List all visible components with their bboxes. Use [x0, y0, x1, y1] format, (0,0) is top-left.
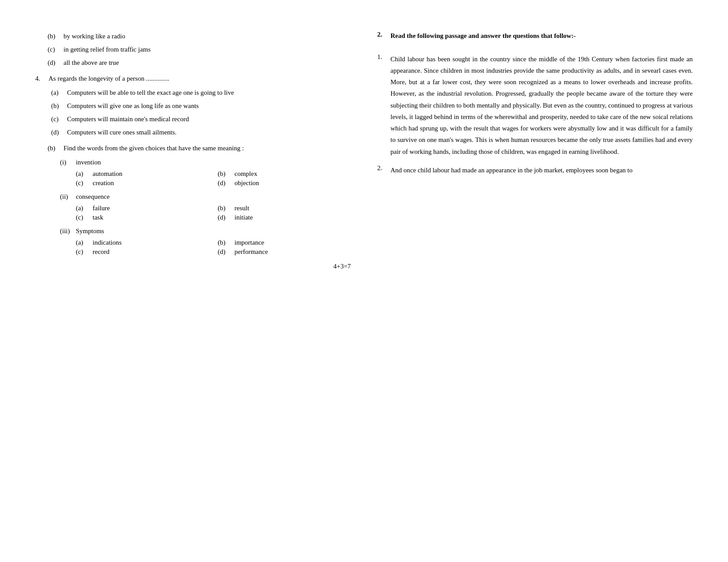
consequence-choices: (a) failure (b) result (c) task (d) init… [76, 205, 351, 221]
q4-opt-d: (d) Computers will cure ones small ailme… [51, 127, 351, 138]
sym-text-c: record [93, 248, 109, 256]
label-b: (b) [48, 31, 60, 41]
top-options: (b) by working like a radio (c) in getti… [35, 31, 351, 68]
q4-label-a: (a) [51, 87, 63, 98]
con-label-d: (d) [218, 214, 230, 221]
para-1-num: 1. [377, 53, 387, 157]
q4-label-b: (b) [51, 100, 63, 111]
word-roman-i: (i) [60, 157, 72, 167]
section-num: 2. [377, 31, 387, 46]
label-c: (c) [48, 44, 60, 55]
q4-text-a: Computers will be able to tell the exact… [67, 87, 234, 98]
q4-text-d: Computers will cure ones small ailments. [67, 127, 176, 138]
con-text-c: task [93, 214, 103, 221]
para-2-text: And once child labour had made an appear… [391, 164, 633, 176]
q4-opt-c: (c) Computers will maintain one's medica… [51, 114, 351, 124]
sym-text-a: indications [93, 239, 122, 246]
con-label-a: (a) [76, 205, 88, 212]
inv-choice-a: (a) automation [76, 170, 209, 178]
inv-label-d: (d) [218, 179, 230, 187]
option-d-above: (d) all the above are true [48, 57, 351, 68]
page-container: (b) by working like a radio (c) in getti… [35, 26, 693, 270]
con-label-b: (b) [218, 205, 230, 212]
score-line: 4+3=7 [35, 263, 351, 270]
sym-text-d: performance [235, 248, 268, 256]
inv-text-a: automation [93, 170, 123, 178]
sym-label-a: (a) [76, 239, 88, 246]
word-invention: invention [76, 157, 101, 167]
para-2-num: 2. [377, 164, 387, 176]
part-b-line: (b) Find the words from the given choice… [48, 143, 351, 153]
con-text-a: failure [93, 205, 110, 212]
q4-opt-a: (a) Computers will be able to tell the e… [51, 87, 351, 98]
passage-para-2: 2. And once child labour had made an app… [377, 164, 693, 176]
word-invention-line: (i) invention [60, 157, 351, 167]
con-choice-b: (b) result [218, 205, 351, 212]
q4-text-b: Computers will give one as long life as … [67, 100, 199, 111]
section-header-text: Read the following passage and answer th… [391, 31, 576, 41]
q4-options: (a) Computers will be able to tell the e… [51, 87, 351, 138]
inv-label-c: (c) [76, 179, 88, 187]
con-choice-a: (a) failure [76, 205, 209, 212]
text-b-radio: by working like a radio [63, 31, 125, 41]
word-invention-block: (i) invention (a) automation (b) complex… [60, 157, 351, 187]
inv-choice-d: (d) objection [218, 179, 351, 187]
q4-num: 4. [35, 73, 45, 84]
con-choice-d: (d) initiate [218, 214, 351, 221]
q4-label-c: (c) [51, 114, 63, 124]
sym-label-c: (c) [76, 248, 88, 256]
con-choice-c: (c) task [76, 214, 209, 221]
option-c-traffic: (c) in getting relief from traffic jams [48, 44, 351, 55]
inv-choice-b: (b) complex [218, 170, 351, 178]
left-column: (b) by working like a radio (c) in getti… [35, 26, 351, 270]
inv-label-b: (b) [218, 170, 230, 178]
question-4-block: 4. As regards the longevity of a person … [35, 73, 351, 138]
text-d-above: all the above are true [63, 57, 119, 68]
sym-choice-d: (d) performance [218, 248, 351, 256]
sym-choice-c: (c) record [76, 248, 209, 256]
q4-opt-b: (b) Computers will give one as long life… [51, 100, 351, 111]
section-header-block: 2. Read the following passage and answer… [377, 31, 693, 46]
sym-text-b: importance [235, 239, 264, 246]
invention-choices: (a) automation (b) complex (c) creation … [76, 170, 351, 187]
sym-choice-b: (b) importance [218, 239, 351, 246]
para-1-text: Child labour has been sought in the coun… [391, 53, 693, 157]
part-b-label: (b) [48, 143, 60, 153]
word-consequence: consequence [76, 191, 110, 202]
passage-para-1: 1. Child labour has been sought in the c… [377, 53, 693, 157]
sym-label-b: (b) [218, 239, 230, 246]
inv-choice-c: (c) creation [76, 179, 209, 187]
part-b-text: Find the words from the given choices th… [63, 143, 244, 153]
inv-label-a: (a) [76, 170, 88, 178]
sym-label-d: (d) [218, 248, 230, 256]
question-4-line: 4. As regards the longevity of a person … [35, 73, 351, 84]
text-c-traffic: in getting relief from traffic jams [63, 44, 151, 55]
con-text-b: result [235, 205, 249, 212]
symptoms-choices: (a) indications (b) importance (c) recor… [76, 239, 351, 256]
label-d: (d) [48, 57, 60, 68]
sym-choice-a: (a) indications [76, 239, 209, 246]
con-text-d: initiate [235, 214, 253, 221]
part-b-block: (b) Find the words from the given choice… [35, 143, 351, 256]
q4-label-d: (d) [51, 127, 63, 138]
word-symptoms-block: (iii) Symptoms (a) indications (b) impor… [60, 226, 351, 256]
word-roman-ii: (ii) [60, 191, 72, 202]
score-value: 4+3=7 [333, 263, 351, 270]
word-roman-iii: (iii) [60, 226, 72, 236]
word-symptoms-line: (iii) Symptoms [60, 226, 351, 236]
word-symptoms: Symptoms [76, 226, 104, 236]
right-column: 2. Read the following passage and answer… [377, 26, 693, 270]
word-consequence-block: (ii) consequence (a) failure (b) result … [60, 191, 351, 221]
inv-text-d: objection [235, 179, 259, 187]
word-consequence-line: (ii) consequence [60, 191, 351, 202]
inv-text-b: complex [235, 170, 258, 178]
con-label-c: (c) [76, 214, 88, 221]
q4-text: As regards the longevity of a person ...… [49, 73, 169, 84]
q4-text-c: Computers will maintain one's medical re… [67, 114, 189, 124]
option-b-radio: (b) by working like a radio [48, 31, 351, 41]
inv-text-c: creation [93, 179, 114, 187]
